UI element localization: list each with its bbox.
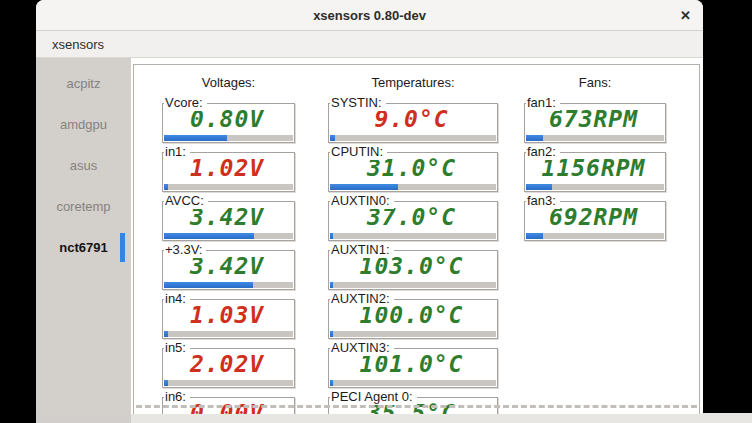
sensor-cell-3-3v: 3.42V +3.3V: bbox=[162, 242, 295, 291]
sensor-cell-fan1: 673RPM fan1: bbox=[524, 95, 666, 144]
sensor-progress-fill bbox=[330, 233, 333, 239]
tab-amdgpu[interactable]: amdgpu bbox=[36, 104, 131, 145]
tab-coretemp[interactable]: coretemp bbox=[36, 186, 131, 227]
sensor-cell-in6: 0.00V in6: bbox=[162, 389, 295, 414]
sensor-label: AUXTIN2: bbox=[330, 291, 394, 307]
sensor-label: fan1: bbox=[526, 95, 560, 111]
sensor-cell-vcore: 0.80V Vcore: bbox=[162, 95, 295, 144]
fans-cells: 673RPM fan1: 1156RPM fan2: 692RPM fan3: bbox=[524, 95, 666, 242]
temperatures-column: Temperatures: 9.0°C SYSTIN: 31.0°C CPUTI… bbox=[328, 65, 498, 414]
menubar: xsensors bbox=[36, 31, 703, 58]
temperatures-heading: Temperatures: bbox=[328, 75, 498, 90]
sensor-label: AUXTIN0: bbox=[330, 193, 394, 209]
voltages-heading: Voltages: bbox=[162, 75, 295, 90]
sensor-cell-systin: 9.0°C SYSTIN: bbox=[328, 95, 498, 144]
sensor-cell-auxtin2: 100.0°C AUXTIN2: bbox=[328, 291, 498, 340]
sensor-progressbar bbox=[330, 331, 496, 337]
window-title: xsensors 0.80-dev bbox=[313, 8, 426, 23]
sensor-progress-fill bbox=[164, 282, 253, 288]
sensor-label: in4: bbox=[164, 291, 190, 307]
sensor-progress-fill bbox=[330, 282, 333, 288]
sensor-progressbar bbox=[164, 380, 293, 386]
main-area: Voltages: 0.80V Vcore: 1.02V in1: 3.42V … bbox=[131, 58, 703, 414]
tab-asus[interactable]: asus bbox=[36, 145, 131, 186]
sensor-progressbar bbox=[330, 380, 496, 386]
scroll-undershoot-indicator bbox=[136, 405, 697, 408]
desktop-background: xsensors 0.80-dev ✕ xsensors acpitz amdg… bbox=[0, 0, 752, 423]
sensor-progressbar bbox=[164, 282, 293, 288]
sensor-progress-fill bbox=[526, 184, 552, 190]
sensor-label: Vcore: bbox=[164, 95, 207, 111]
sensor-cell-fan3: 692RPM fan3: bbox=[524, 193, 666, 242]
sensor-label: in1: bbox=[164, 144, 190, 160]
sensor-progressbar bbox=[164, 184, 293, 190]
sensor-progressbar bbox=[164, 233, 293, 239]
sensor-label: CPUTIN: bbox=[330, 144, 387, 160]
sensor-label: fan2: bbox=[526, 144, 560, 160]
sensor-label: in5: bbox=[164, 340, 190, 356]
sensor-progressbar bbox=[164, 135, 293, 141]
background-window-edge-left bbox=[36, 413, 131, 423]
sensor-cell-fan2: 1156RPM fan2: bbox=[524, 144, 666, 193]
sensor-cell-in4: 1.03V in4: bbox=[162, 291, 295, 340]
sensor-progress-fill bbox=[330, 135, 335, 141]
temperatures-cells: 9.0°C SYSTIN: 31.0°C CPUTIN: 37.0°C AUXT… bbox=[328, 95, 498, 414]
sensor-progress-fill bbox=[164, 380, 168, 386]
sensor-label: AVCC: bbox=[164, 193, 208, 209]
sensor-progressbar bbox=[164, 331, 293, 337]
tab-nct6791[interactable]: nct6791 bbox=[36, 227, 131, 268]
tab-acpitz[interactable]: acpitz bbox=[36, 63, 131, 104]
sensor-label: fan3: bbox=[526, 193, 560, 209]
selected-tab-indicator bbox=[120, 233, 125, 262]
sensor-label: SYSTIN: bbox=[330, 95, 386, 111]
sensor-progressbar bbox=[330, 233, 496, 239]
sensor-progress-fill bbox=[330, 380, 333, 386]
sensor-label: AUXTIN1: bbox=[330, 242, 394, 258]
sensor-progressbar bbox=[330, 135, 496, 141]
close-icon[interactable]: ✕ bbox=[680, 0, 691, 30]
voltages-column: Voltages: 0.80V Vcore: 1.02V in1: 3.42V … bbox=[162, 65, 295, 414]
sensor-label: in6: bbox=[164, 389, 190, 405]
titlebar[interactable]: xsensors 0.80-dev ✕ bbox=[36, 0, 703, 31]
voltages-cells: 0.80V Vcore: 1.02V in1: 3.42V AVCC: 3.42… bbox=[162, 95, 295, 414]
sensor-progressbar bbox=[526, 184, 664, 190]
sensor-progressbar bbox=[330, 184, 496, 190]
sensor-progress-fill bbox=[164, 331, 168, 337]
xsensors-window: xsensors 0.80-dev ✕ xsensors acpitz amdg… bbox=[36, 0, 703, 413]
sensor-label: PECI Agent 0: bbox=[330, 389, 417, 405]
sensor-progress-fill bbox=[526, 233, 543, 239]
sensor-cell-auxtin1: 103.0°C AUXTIN1: bbox=[328, 242, 498, 291]
sensor-cell-avcc: 3.42V AVCC: bbox=[162, 193, 295, 242]
background-window-edge bbox=[36, 413, 752, 423]
sensor-progress-fill bbox=[164, 135, 227, 141]
sensor-cell-peci-agent-0: 35.5°C PECI Agent 0: bbox=[328, 389, 498, 414]
fans-heading: Fans: bbox=[524, 75, 666, 90]
sensor-progress-fill bbox=[330, 331, 333, 337]
sensor-progressbar bbox=[526, 135, 664, 141]
sensor-progress-fill bbox=[164, 233, 254, 239]
sensors-scroll-area[interactable]: Voltages: 0.80V Vcore: 1.02V in1: 3.42V … bbox=[133, 64, 700, 414]
sensor-cell-in1: 1.02V in1: bbox=[162, 144, 295, 193]
sensor-progressbar bbox=[526, 233, 664, 239]
sensor-label: +3.3V: bbox=[164, 242, 206, 258]
sensor-progress-fill bbox=[526, 135, 543, 141]
sensor-progress-fill bbox=[330, 184, 398, 190]
sensor-cell-auxtin3: 101.0°C AUXTIN3: bbox=[328, 340, 498, 389]
sensor-cell-cputin: 31.0°C CPUTIN: bbox=[328, 144, 498, 193]
sensor-progressbar bbox=[330, 282, 496, 288]
fans-column: Fans: 673RPM fan1: 1156RPM fan2: 692RPM … bbox=[524, 65, 666, 414]
sensor-label: AUXTIN3: bbox=[330, 340, 394, 356]
menu-xsensors[interactable]: xsensors bbox=[48, 37, 108, 52]
sensor-cell-auxtin0: 37.0°C AUXTIN0: bbox=[328, 193, 498, 242]
window-body: acpitz amdgpu asus coretemp nct6791 Volt… bbox=[36, 58, 703, 414]
tab-nct6791-label: nct6791 bbox=[59, 240, 107, 255]
sensor-cell-in5: 2.02V in5: bbox=[162, 340, 295, 389]
sensor-progress-fill bbox=[164, 184, 168, 190]
sensor-chip-tabs: acpitz amdgpu asus coretemp nct6791 bbox=[36, 58, 131, 414]
